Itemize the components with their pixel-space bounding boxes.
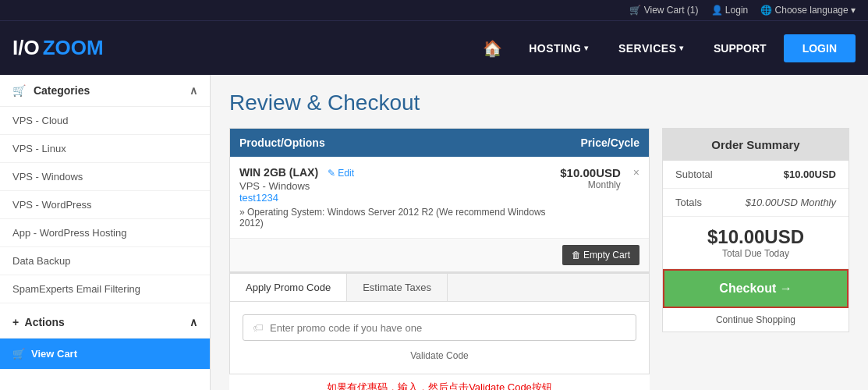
tab-apply-promo[interactable]: Apply Promo Code xyxy=(230,274,347,301)
home-button[interactable]: 🏠 xyxy=(473,33,512,64)
item-remove-button[interactable]: × xyxy=(633,166,639,179)
logo-zoom: ZOOM xyxy=(43,36,104,60)
col-price-header: Price/Cycle xyxy=(515,136,639,149)
chevron-down-icon: ▾ xyxy=(679,44,684,52)
tag-icon: 🏷 xyxy=(253,321,264,334)
cart-icon: 🛒 xyxy=(12,348,25,360)
plus-icon: + xyxy=(12,316,19,328)
view-cart-label: View Cart xyxy=(31,348,77,360)
item-details: WIN 2GB (LAX) ✎ Edit VPS - Windows test1… xyxy=(239,166,560,229)
sidebar-item-app-wordpress[interactable]: App - WordPress Hosting xyxy=(0,219,210,247)
chevron-down-icon: ▾ xyxy=(584,44,589,52)
validate-code-row: Validate Code xyxy=(243,349,636,361)
chinese-instruction: 如果有优惠码，输入，然后点击Validate Code按钮 xyxy=(229,374,650,390)
total-amount: $10.00USD xyxy=(675,226,836,248)
checkout-table: Product/Options Price/Cycle WIN 2GB (LAX… xyxy=(229,128,650,273)
totals-value: $10.00USD Monthly xyxy=(746,197,836,208)
order-summary-header: Order Summary xyxy=(663,129,849,161)
globe-icon: 🌐 xyxy=(760,5,772,16)
totals-row: Totals $10.00USD Monthly xyxy=(663,189,849,217)
categories-header[interactable]: 🛒 Categories ∧ xyxy=(0,75,210,107)
logo-io: I/O xyxy=(12,36,40,60)
empty-cart-button[interactable]: 🗑 Empty Cart xyxy=(562,245,639,265)
sidebar-item-vps-windows[interactable]: VPS - Windows xyxy=(0,163,210,191)
categories-label: Categories xyxy=(34,84,90,97)
item-desc: » Operating System: Windows Server 2012 … xyxy=(239,207,560,229)
table-header: Product/Options Price/Cycle xyxy=(230,129,649,157)
promo-input-section: 🏷 Validate Code xyxy=(229,301,650,374)
col-product-header: Product/Options xyxy=(239,136,515,149)
continue-shopping-link[interactable]: Continue Shopping xyxy=(663,308,849,332)
support-nav-item[interactable]: SUPPORT xyxy=(701,36,779,61)
item-type: VPS - Windows xyxy=(239,180,560,192)
table-row: WIN 2GB (LAX) ✎ Edit VPS - Windows test1… xyxy=(230,157,649,239)
login-link[interactable]: 👤 Login xyxy=(711,5,749,16)
actions-label: Actions xyxy=(25,316,65,328)
sidebar-item-spamexperts[interactable]: SpamExperts Email Filtering xyxy=(0,275,210,303)
language-text: Choose language xyxy=(775,5,849,16)
due-today-label: Total Due Today xyxy=(675,248,836,259)
header: I/O ZOOM 🏠 HOSTING ▾ SERVICES ▾ SUPPORT … xyxy=(0,20,868,75)
chevron-up-icon: ∧ xyxy=(190,84,197,97)
item-id: test1234 xyxy=(239,192,560,204)
view-cart-link[interactable]: 🛒 View Cart (1) xyxy=(629,5,698,16)
actions-header[interactable]: + Actions ∧ xyxy=(0,307,210,339)
totals-label: Totals xyxy=(675,197,702,208)
tab-estimate-taxes[interactable]: Estimate Taxes xyxy=(347,274,448,301)
empty-cart-row: 🗑 Empty Cart xyxy=(230,239,649,272)
item-price-cycle: Monthly xyxy=(560,179,621,190)
checkout-button[interactable]: Checkout → xyxy=(663,269,849,308)
language-link[interactable]: 🌐 Choose language ▾ xyxy=(760,5,856,16)
promo-code-input[interactable] xyxy=(270,322,626,334)
sidebar: 🛒 Categories ∧ VPS - Cloud VPS - Linux V… xyxy=(0,75,211,390)
hosting-nav-item[interactable]: HOSTING ▾ xyxy=(516,36,601,61)
order-summary: Order Summary Subtotal $10.00USD Totals … xyxy=(662,128,849,332)
order-total-section: $10.00USD Total Due Today xyxy=(663,217,849,269)
services-nav-item[interactable]: SERVICES ▾ xyxy=(606,36,696,61)
item-edit-button[interactable]: ✎ Edit xyxy=(328,168,354,179)
sidebar-view-cart[interactable]: 🛒 View Cart xyxy=(0,339,210,369)
promo-input-wrapper: 🏷 xyxy=(243,314,636,341)
person-icon: 👤 xyxy=(711,5,723,16)
subtotal-label: Subtotal xyxy=(675,168,713,180)
main-nav: 🏠 HOSTING ▾ SERVICES ▾ SUPPORT LOGIN xyxy=(473,33,856,64)
sidebar-item-data-backup[interactable]: Data Backup xyxy=(0,247,210,275)
validate-code-label: Validate Code xyxy=(410,350,469,361)
login-text: Login xyxy=(725,5,748,16)
item-price: $10.00USD Monthly xyxy=(560,166,621,190)
login-button[interactable]: LOGIN xyxy=(784,34,856,62)
subtotal-value: $10.00USD xyxy=(784,168,836,180)
sidebar-item-vps-cloud[interactable]: VPS - Cloud xyxy=(0,107,210,135)
sidebar-item-vps-linux[interactable]: VPS - Linux xyxy=(0,135,210,163)
main-layout: 🛒 Categories ∧ VPS - Cloud VPS - Linux V… xyxy=(0,75,868,390)
promo-tabs: Apply Promo Code Estimate Taxes xyxy=(229,273,650,301)
view-cart-text: View Cart (1) xyxy=(644,5,699,16)
item-row: WIN 2GB (LAX) ✎ Edit VPS - Windows test1… xyxy=(239,166,639,229)
chevron-down-icon: ▾ xyxy=(851,5,856,16)
main-content: Review & Checkout Product/Options Price/… xyxy=(211,75,868,390)
chevron-up-icon: ∧ xyxy=(190,316,197,328)
cart-icon: 🛒 xyxy=(12,84,26,97)
cart-icon: 🛒 xyxy=(629,5,641,16)
subtotal-row: Subtotal $10.00USD xyxy=(663,161,849,189)
item-price-amount: $10.00USD xyxy=(560,166,621,179)
page-title: Review & Checkout xyxy=(229,90,849,115)
item-name: WIN 2GB (LAX) xyxy=(239,166,318,179)
sidebar-item-vps-wordpress[interactable]: VPS - WordPress xyxy=(0,191,210,219)
logo: I/O ZOOM xyxy=(12,36,104,60)
top-bar: 🛒 View Cart (1) 👤 Login 🌐 Choose languag… xyxy=(0,0,868,20)
